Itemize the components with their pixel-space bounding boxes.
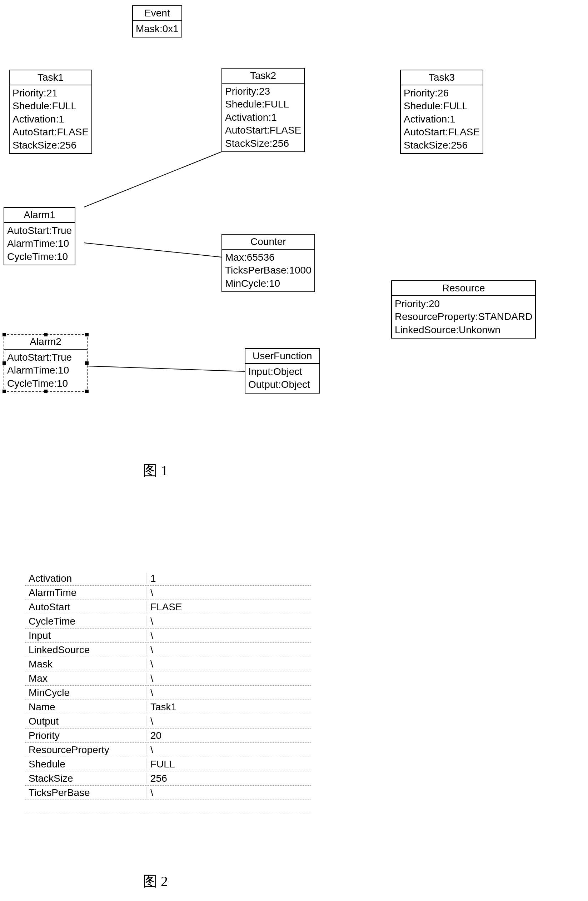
task1-title: Task1 (9, 70, 92, 85)
event-title: Event (133, 6, 181, 21)
property-row[interactable]: Priority20 (25, 728, 311, 743)
property-key: TicksPerBase (25, 787, 147, 798)
task2-autostart: AutoStart:FLASE (225, 124, 301, 137)
userfunction-title: UserFunction (245, 349, 319, 364)
resource-linkedsource: LinkedSource:Unkonwn (395, 324, 532, 337)
property-row[interactable]: LinkedSource\ (25, 643, 311, 657)
property-value[interactable]: \ (147, 587, 289, 599)
property-value[interactable]: \ (147, 787, 289, 798)
property-row[interactable]: Max\ (25, 671, 311, 686)
resize-handle[interactable] (44, 390, 47, 393)
property-row[interactable]: Output\ (25, 714, 311, 728)
task2-activation: Activation:1 (225, 111, 301, 124)
property-key: Priority (25, 730, 147, 741)
task2-title: Task2 (222, 69, 304, 84)
figure1-label: 图 1 (143, 461, 168, 480)
event-mask: Mask:0x1 (136, 22, 179, 35)
property-key: Output (25, 716, 147, 727)
task3-schedule: Shedule:FULL (404, 100, 480, 112)
counter-box[interactable]: Counter Max:65536 TicksPerBase:1000 MinC… (221, 234, 315, 292)
figure2-label: 图 2 (143, 871, 168, 891)
task3-activation: Activation:1 (404, 113, 480, 126)
userfunction-input: Input:Object (248, 365, 317, 378)
userfunction-box[interactable]: UserFunction Input:Object Output:Object (245, 348, 320, 394)
property-row[interactable]: MinCycle\ (25, 686, 311, 700)
event-box[interactable]: Event Mask:0x1 (132, 5, 182, 37)
resource-box[interactable]: Resource Priority:20 ResourceProperty:ST… (391, 281, 536, 338)
property-row[interactable]: TicksPerBase\ (25, 786, 311, 800)
property-key: Mask (25, 658, 147, 670)
resize-handle[interactable] (85, 390, 89, 393)
resource-title: Resource (392, 281, 535, 296)
property-value[interactable]: 1 (147, 573, 289, 584)
alarm2-alarmtime: AlarmTime:10 (7, 364, 84, 377)
resource-property: ResourceProperty:STANDARD (395, 310, 532, 323)
property-value[interactable]: \ (147, 616, 289, 627)
task1-box[interactable]: Task1 Priority:21 Shedule:FULL Activatio… (9, 70, 92, 154)
task1-stacksize: StackSize:256 (12, 139, 89, 152)
svg-line-0 (84, 152, 221, 207)
task1-autostart: AutoStart:FLASE (12, 126, 89, 139)
task1-schedule: Shedule:FULL (12, 100, 89, 112)
counter-ticksperbase: TicksPerBase:1000 (225, 264, 312, 277)
property-key: Input (25, 630, 147, 641)
property-row[interactable]: AutoStartFLASE (25, 600, 311, 614)
property-key: AutoStart (25, 602, 147, 613)
property-row[interactable]: CycleTime\ (25, 614, 311, 628)
alarm2-box[interactable]: Alarm2 AutoStart:True AlarmTime:10 Cycle… (3, 334, 87, 392)
property-key: ResourceProperty (25, 744, 147, 756)
property-value[interactable]: \ (147, 673, 289, 684)
property-value[interactable]: \ (147, 716, 289, 727)
resize-handle[interactable] (85, 362, 89, 365)
task3-box[interactable]: Task3 Priority:26 Shedule:FULL Activatio… (400, 70, 484, 154)
task2-priority: Priority:23 (225, 85, 301, 98)
property-value[interactable]: \ (147, 744, 289, 756)
property-key: MinCycle (25, 687, 147, 698)
property-row[interactable]: Activation1 (25, 571, 311, 586)
alarm1-cycletime: CycleTime:10 (7, 250, 72, 263)
property-row[interactable]: NameTask1 (25, 700, 311, 714)
property-key: Activation (25, 573, 147, 584)
alarm1-title: Alarm1 (4, 208, 75, 223)
counter-title: Counter (222, 235, 314, 249)
counter-mincycle: MinCycle:10 (225, 277, 312, 290)
alarm2-cycletime: CycleTime:10 (7, 377, 84, 390)
property-value[interactable]: FLASE (147, 602, 289, 613)
property-key: Max (25, 673, 147, 684)
property-row[interactable]: Mask\ (25, 657, 311, 671)
task2-schedule: Shedule:FULL (225, 98, 301, 111)
task3-priority: Priority:26 (404, 87, 480, 100)
property-row[interactable]: SheduleFULL (25, 757, 311, 772)
property-value[interactable]: FULL (147, 759, 289, 770)
property-row-empty (25, 800, 311, 814)
property-key: Shedule (25, 759, 147, 770)
property-grid[interactable]: Activation1AlarmTime\AutoStartFLASECycle… (25, 571, 311, 814)
task3-autostart: AutoStart:FLASE (404, 126, 480, 139)
resize-handle[interactable] (3, 333, 6, 337)
property-value[interactable]: \ (147, 644, 289, 656)
svg-line-1 (84, 243, 221, 257)
task1-activation: Activation:1 (12, 113, 89, 126)
property-value[interactable]: \ (147, 687, 289, 698)
resize-handle[interactable] (44, 333, 47, 337)
resize-handle[interactable] (3, 390, 6, 393)
resource-priority: Priority:20 (395, 298, 532, 310)
property-value[interactable]: 256 (147, 773, 289, 784)
task2-box[interactable]: Task2 Priority:23 Shedule:FULL Activatio… (221, 68, 305, 152)
property-key: CycleTime (25, 616, 147, 627)
task1-priority: Priority:21 (12, 87, 89, 100)
property-row[interactable]: Input\ (25, 628, 311, 643)
alarm1-box[interactable]: Alarm1 AutoStart:True AlarmTime:10 Cycle… (3, 207, 75, 265)
resize-handle[interactable] (3, 362, 6, 365)
property-value[interactable]: 20 (147, 730, 289, 741)
property-row[interactable]: AlarmTime\ (25, 586, 311, 600)
alarm1-alarmtime: AlarmTime:10 (7, 237, 72, 250)
property-value[interactable]: \ (147, 630, 289, 641)
property-key: StackSize (25, 773, 147, 784)
property-row[interactable]: StackSize256 (25, 772, 311, 786)
resize-handle[interactable] (85, 333, 89, 337)
property-row[interactable]: ResourceProperty\ (25, 743, 311, 757)
property-value[interactable]: Task1 (147, 701, 289, 713)
task2-stacksize: StackSize:256 (225, 137, 301, 150)
property-value[interactable]: \ (147, 658, 289, 670)
